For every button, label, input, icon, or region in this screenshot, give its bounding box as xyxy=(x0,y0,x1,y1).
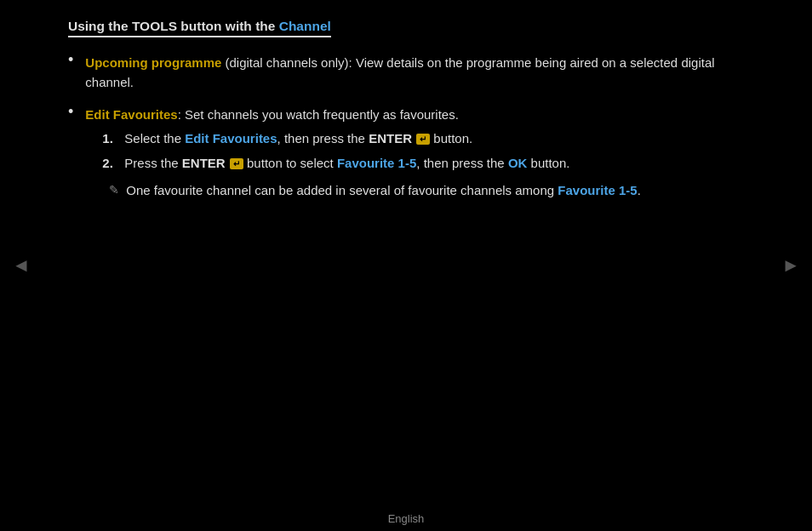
step-2-end-prefix: , then press the xyxy=(416,156,508,170)
note-icon: ✎ xyxy=(109,181,119,200)
step-1-suffix: button. xyxy=(430,131,472,146)
step-1-before-enter: , then press the xyxy=(277,131,369,146)
bullet-text-edit-fav: Edit Favourites: Set channels you watch … xyxy=(85,105,641,201)
step-2-ok-label: OK xyxy=(508,156,528,170)
page-title: Using the TOOLS button with the Channel xyxy=(68,19,331,37)
step-2-enter-icon: ↵ xyxy=(230,158,243,169)
step-1: 1. Select the Edit Favourites, then pres… xyxy=(102,131,641,146)
nav-left-button[interactable]: ◄ xyxy=(12,254,31,277)
bullet-item-upcoming: • Upcoming programme (digital channels o… xyxy=(68,53,752,93)
step-2-end-suffix: button. xyxy=(527,156,569,170)
nav-right-button[interactable]: ► xyxy=(781,254,800,277)
step-2-num: 2. xyxy=(102,156,116,170)
step-2-enter-label: ENTER xyxy=(182,156,226,170)
left-arrow-icon: ◄ xyxy=(12,254,31,276)
title-prefix: Using the TOOLS button with the xyxy=(68,19,279,33)
step-2: 2. Press the ENTER ↵ button to select Fa… xyxy=(102,156,641,170)
step-2-middle: button to select xyxy=(243,156,337,170)
bullet-list: • Upcoming programme (digital channels o… xyxy=(68,53,752,200)
step-2-prefix: Press the xyxy=(124,156,182,170)
bullet-dot-1: • xyxy=(68,51,73,69)
edit-favourites-label: Edit Favourites xyxy=(85,107,177,122)
numbered-list: 1. Select the Edit Favourites, then pres… xyxy=(85,131,641,170)
step-1-enter-label: ENTER xyxy=(369,131,412,146)
bullet-text-upcoming: Upcoming programme (digital channels onl… xyxy=(85,53,752,93)
step-1-text: Select the Edit Favourites, then press t… xyxy=(124,131,472,146)
note-text: One favourite channel can be added in se… xyxy=(126,180,641,200)
footer-language: English xyxy=(388,512,425,525)
bullet-dot-2: • xyxy=(68,103,73,121)
upcoming-programme-label: Upcoming programme xyxy=(85,55,221,70)
right-arrow-icon: ► xyxy=(781,254,800,276)
step-1-highlight: Edit Favourites xyxy=(185,131,277,146)
step-2-fav-highlight: Favourite 1-5 xyxy=(337,156,416,170)
footer: English xyxy=(0,505,812,531)
step-1-enter-icon: ↵ xyxy=(416,134,430,145)
edit-fav-text: : Set channels you watch frequently as f… xyxy=(178,107,459,122)
channel-link[interactable]: Channel xyxy=(279,19,331,33)
bullet-item-edit-fav: • Edit Favourites: Set channels you watc… xyxy=(68,105,752,201)
note-fav-highlight: Favourite 1-5 xyxy=(558,183,637,197)
note-text-suffix: . xyxy=(638,183,641,197)
step-1-num: 1. xyxy=(102,131,116,146)
note-block: ✎ One favourite channel can be added in … xyxy=(109,180,641,200)
note-text-prefix: One favourite channel can be added in se… xyxy=(126,183,558,197)
main-content: Using the TOOLS button with the Channel … xyxy=(0,0,812,505)
step-1-prefix: Select the xyxy=(124,131,185,146)
step-2-text: Press the ENTER ↵ button to select Favou… xyxy=(124,156,569,170)
